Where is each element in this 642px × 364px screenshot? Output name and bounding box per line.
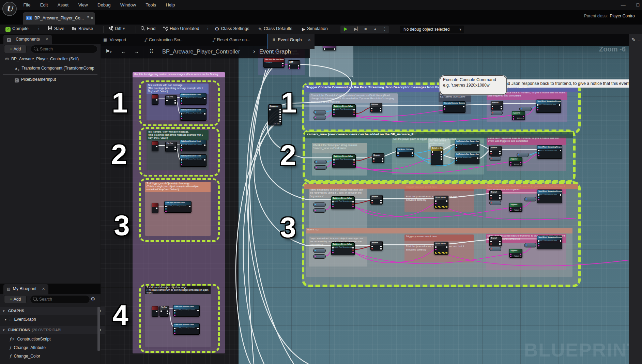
save-button[interactable]: Save: [48, 26, 64, 33]
node-send-psr-1[interactable]: Send Pixel Streaming ResponseTarget is P…: [536, 100, 561, 113]
node-send-psr-3b[interactable]: Send Pixel Streaming ResponseTarget is P…: [537, 236, 562, 249]
functions-section-header[interactable]: ▾FUNCTIONS(20 OVERRIDABL⊕: [0, 326, 105, 334]
menu-tools[interactable]: Tools: [142, 0, 160, 7]
pill-true-3b[interactable]: [489, 247, 501, 251]
hide-unrelated-button[interactable]: Hide Unrelated: [163, 26, 199, 33]
tab-viewport[interactable]: ▦Viewport: [103, 34, 126, 49]
my-blueprint-settings-gear-icon[interactable]: ⚙: [91, 296, 95, 302]
graphs-section-header[interactable]: ▾GRAPHS⊕: [0, 307, 105, 315]
play-options-kebab-icon[interactable]: ⋮: [383, 27, 387, 31]
dashed-group-1[interactable]: [139, 80, 220, 126]
maximize-button[interactable]: □: [637, 2, 639, 7]
collapsed-details-panel[interactable]: ✎ …: [629, 34, 642, 364]
pill-fieldname-3b[interactable]: [313, 254, 326, 259]
pill-true-1[interactable]: [491, 111, 503, 115]
node-append-2[interactable]: AppendAdd pin ⊕: [509, 157, 522, 166]
node-set-rotate-b[interactable]: Set Rotate to New Camera ViewTarget is B…: [455, 153, 479, 164]
node-sequence[interactable]: SequenceAdd pin ⊕: [268, 104, 282, 125]
node-branch-3bb[interactable]: Branch: [489, 236, 502, 246]
components-tab[interactable]: CComponents✕: [3, 35, 52, 46]
menu-debug[interactable]: Debug: [93, 0, 114, 7]
compile-button[interactable]: ✓Compile: [5, 26, 29, 33]
pill-true-2[interactable]: [489, 156, 501, 161]
forward-arrow-icon[interactable]: →: [134, 48, 139, 54]
breadcrumb-blueprint[interactable]: BP_Arcware_Player_Controller: [162, 48, 240, 55]
dashed-group-4[interactable]: [139, 284, 220, 353]
menu-file[interactable]: File: [19, 0, 34, 7]
node-flipflop-2[interactable]: Flip Flop: [165, 142, 177, 152]
node-get-json-3b[interactable]: Get Json String ValueTarget is Pixel Str…: [331, 242, 355, 255]
node-branch-3a[interactable]: Branch: [370, 195, 383, 204]
asset-tab-close-icon[interactable]: ✕: [90, 16, 94, 20]
pill-fieldname-2[interactable]: [314, 165, 327, 170]
node-send-psr-2[interactable]: Send Pixel Streaming ResponseTarget is P…: [537, 145, 562, 159]
node-print-3b[interactable]: Print String: [434, 242, 448, 255]
menu-asset[interactable]: Asset: [54, 0, 73, 7]
minimize-button[interactable]: —: [621, 2, 626, 7]
collapse-arrow-icon[interactable]: ▾: [3, 307, 5, 315]
node-switch-string[interactable]: Switch on String: [431, 147, 443, 165]
node-branch-2b[interactable]: Branch: [489, 146, 502, 156]
function-item-constructionscript[interactable]: ƒ↺ConstructionScript: [10, 337, 95, 342]
node-fake-event-1b[interactable]: Fake Input Received EventTarget is BP_Ar…: [180, 108, 207, 121]
node-append-1[interactable]: AppendAdd pin ⊕: [512, 111, 525, 120]
frame-skip-button[interactable]: ▶▏: [354, 27, 360, 31]
my-blueprint-search-input[interactable]: Search: [30, 295, 90, 303]
tab-construction-script[interactable]: ƒConstruction Scr...: [145, 34, 184, 49]
play-button[interactable]: ▶: [344, 26, 348, 31]
class-defaults-button[interactable]: ✎Class Defaults: [258, 26, 292, 33]
pill-gray-2[interactable]: [517, 153, 529, 157]
pill-gray-1[interactable]: [519, 107, 532, 111]
node-branch-3b[interactable]: Branch: [370, 241, 383, 251]
parent-class-link[interactable]: Player Contro: [610, 14, 635, 18]
function-item-change-attribute[interactable]: ƒChange_Attribute: [10, 345, 95, 350]
node-custom-event[interactable]: Fake Input Received EventCustom Event: [263, 58, 285, 68]
node-fake-event-1a[interactable]: Fake Input Received EventTarget is BP_Ar…: [180, 93, 207, 105]
node-get-json-3a[interactable]: Get Json String ValueTarget is Pixel Str…: [331, 196, 355, 209]
my-blueprint-tab-close-icon[interactable]: ✕: [42, 287, 45, 291]
menu-view[interactable]: View: [74, 0, 92, 7]
eject-button[interactable]: ▲: [373, 27, 377, 31]
menu-window[interactable]: Window: [116, 0, 140, 7]
pill-gray-3b[interactable]: [524, 243, 536, 247]
expand-arrow-icon[interactable]: ▸: [5, 317, 7, 321]
collapse-arrow-icon[interactable]: ▾: [3, 326, 5, 334]
my-blueprint-scrollbar[interactable]: [97, 307, 100, 351]
menu-help[interactable]: Help: [162, 0, 179, 7]
components-search-input[interactable]: Search: [31, 45, 97, 53]
component-item-transform[interactable]: ▲cTransform Component (TransformComp: [14, 66, 100, 71]
node-event-2[interactable]: [152, 141, 158, 151]
tab-event-graph[interactable]: ⠿Event Graph✕: [268, 34, 315, 49]
tab-reset-game[interactable]: ƒReset Game on...: [213, 34, 250, 49]
node-fake-event-4a[interactable]: Fake Input Received EventTarget is BP_Ar…: [173, 305, 200, 317]
debug-object-dropdown[interactable]: No debug object selected▾: [400, 26, 464, 33]
pill-gray-3a[interactable]: [524, 197, 536, 201]
node-event-3[interactable]: [152, 203, 158, 213]
component-item-pixelstreamer[interactable]: CPixelStreamerInput: [15, 77, 100, 82]
toolbar-kebab-icon[interactable]: ⋮: [206, 26, 210, 33]
breadcrumb-event-graph[interactable]: Event Graph: [259, 48, 291, 55]
component-item-self[interactable]: 🎮︎BP_Arcware_Player_Controller (Self): [5, 57, 99, 61]
node-set-rotate-a[interactable]: Set Rotate to New Camera ViewTarget is B…: [455, 140, 479, 151]
simulation-button[interactable]: ▶Simulation: [302, 26, 328, 33]
pill-fieldname-3a[interactable]: [313, 208, 326, 213]
back-arrow-icon[interactable]: ←: [121, 48, 126, 54]
node-flipflop-1[interactable]: Flip Flop: [165, 95, 177, 105]
pill-descriptor-3a[interactable]: [313, 202, 326, 207]
node-append-3a[interactable]: AppendAdd pin ⊕: [509, 203, 522, 212]
node-send-psr-3a[interactable]: Send Pixel Streaming ResponseTarget is P…: [537, 189, 562, 203]
node-fake-event-2a[interactable]: Fake Input Received EventTarget is BP_Ar…: [180, 140, 207, 151]
diff-button[interactable]: Diff ▾: [108, 26, 125, 33]
components-tab-close-icon[interactable]: ✕: [45, 37, 48, 41]
class-settings-button[interactable]: ⚙Class Settings: [215, 26, 249, 33]
node-set[interactable]: SET: [288, 60, 300, 69]
node-get-json-2[interactable]: Get Json String ValueTarget is Pixel Str…: [332, 154, 356, 168]
node-get-json-1[interactable]: Get Json String ValueTarget is Pixel Str…: [332, 104, 356, 117]
pill-descriptor-1[interactable]: [314, 110, 326, 115]
components-add-button[interactable]: +Add: [4, 45, 27, 53]
my-blueprint-tab[interactable]: ▤My Blueprint✕: [3, 284, 48, 296]
pill-descriptor-2[interactable]: [314, 160, 327, 164]
node-branch-1b[interactable]: Branch: [491, 101, 503, 110]
node-fake-event-2b[interactable]: Fake Input Received EventTarget is BP_Ar…: [180, 154, 207, 167]
node-fake-event-4b[interactable]: Fake Input Received EventTarget is BP_Ar…: [173, 323, 200, 335]
